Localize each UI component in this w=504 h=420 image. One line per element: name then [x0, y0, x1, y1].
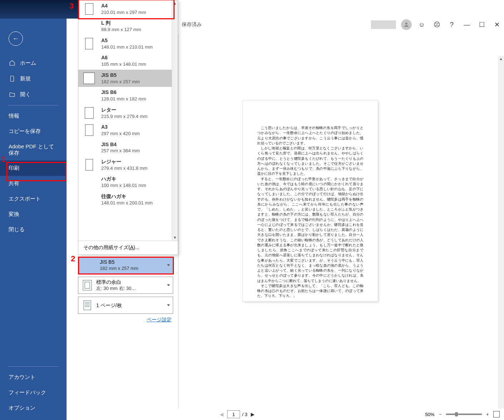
zoom-in-icon[interactable]: + [486, 411, 489, 417]
paper-icon [85, 38, 93, 49]
dropdown-detail: 182 mm x 257 mm [100, 266, 173, 272]
preview-paragraph: そこで犍陀多は大きな声を出して、「こら、罪人ども。この蜘蛛の糸は己のものだぞ。お… [257, 283, 363, 299]
titlebar-dark-bg [0, 0, 78, 19]
sidebar-label: Adobe PDF として保存 [9, 143, 58, 156]
preview-paragraph: すると、一生懸命にのぼった甲斐があって、さっきまで自分がいた血の池は、今ではもう… [257, 177, 363, 283]
svg-point-0 [405, 23, 407, 25]
prev-page-icon[interactable]: ◀ [218, 411, 225, 417]
zoom-out-icon[interactable]: − [439, 411, 442, 417]
preview-page: こう思いましたからは、早速その蜘蛛の糸を両手でしっかりとつかみながら、一生懸命に… [243, 100, 378, 301]
fit-to-page-icon[interactable] [493, 411, 500, 417]
paper-size-option[interactable]: A6105 mm x 148.01 mm [78, 52, 172, 69]
paper-size-dropdown[interactable]: JIS B5 182 mm x 257 mm [78, 257, 173, 274]
paper-icon [83, 73, 95, 84]
margins-dropdown[interactable]: 標準の余白 左: 30 mm 右: 30… [78, 277, 173, 294]
help-icon[interactable]: ? [447, 20, 457, 30]
sidebar-item-feedback[interactable]: フィードバック [0, 385, 67, 400]
more-paper-sizes[interactable]: その他の用紙サイズ(A)... [78, 241, 178, 255]
sidebar-label: オプション [9, 405, 35, 411]
close-icon[interactable]: ✕ [492, 20, 502, 30]
paper-size-popup: A4210.01 mm x 297 mmL 判88.9 mm x 127 mmA… [78, 0, 178, 255]
paper-size-option[interactable]: 往復ハガキ148.01 mm x 200.01 mm [78, 191, 172, 208]
paper-size-option[interactable]: レター215.9 mm x 279.4 mm [78, 104, 172, 122]
paper-name: JIS B5 [101, 72, 140, 79]
minimize-icon[interactable]: — [462, 20, 472, 30]
zoom-slider[interactable] [446, 414, 482, 415]
paper-dims: 257 mm x 364 mm [101, 148, 140, 154]
print-preview-panel: ▲ こう思いましたからは、早速その蜘蛛の糸を両手でしっかりとつかみながら、一生懸… [178, 34, 504, 409]
home-icon [9, 59, 16, 66]
page-total: / 3 [242, 412, 247, 417]
paper-size-option[interactable]: レジャー279.4 mm x 431.8 mm [78, 156, 172, 173]
paper-dims: 182 mm x 257 mm [101, 79, 140, 85]
sidebar-item-close[interactable]: 閉じる [0, 222, 67, 237]
paper-size-option[interactable]: JIS B4257 mm x 364 mm [78, 139, 172, 156]
sidebar-label: 閉じる [9, 226, 25, 233]
paper-icon [85, 3, 93, 15]
sidebar-item-home[interactable]: ホーム [0, 55, 67, 71]
sidebar: ← ホーム 新規 開く 情報 コピーを保存 Adobe PDF として保存 印刷… [0, 19, 67, 420]
next-page-icon[interactable]: ▶ [249, 411, 256, 417]
sidebar-item-share[interactable]: 共有 [0, 176, 67, 191]
paper-size-option[interactable]: ハガキ100 mm x 148.01 mm [78, 173, 172, 191]
paper-name: A3 [101, 124, 140, 130]
back-button[interactable]: ← [9, 31, 23, 46]
sidebar-item-print[interactable]: 印刷 [0, 160, 67, 176]
account-name-box[interactable] [371, 20, 396, 29]
paper-dims: 88.9 mm x 127 mm [101, 26, 141, 33]
scroll-up-icon[interactable]: ▲ [172, 0, 178, 6]
sidebar-item-open[interactable]: 開く [0, 87, 67, 102]
annotation-3: 3 [69, 1, 74, 11]
page-setup-link[interactable]: ページ設定 [78, 317, 173, 323]
paper-dims: 279.4 mm x 431.8 mm [101, 165, 147, 172]
paper-name: A5 [101, 37, 153, 44]
document-icon [9, 75, 16, 82]
sidebar-item-account[interactable]: アカウント [0, 370, 67, 385]
preview-scrollbar[interactable]: ▲ [498, 56, 504, 409]
paper-name: JIS B6 [101, 89, 146, 96]
scrollbar[interactable]: ▲ ▼ [172, 0, 178, 241]
paper-size-option[interactable]: A5148.01 mm x 210.01 mm [78, 35, 172, 52]
sidebar-label: エクスポート [9, 196, 41, 202]
margins-icon [82, 280, 92, 291]
separator [8, 366, 59, 367]
paper-name: A4 [101, 3, 146, 9]
paper-size-option[interactable]: L 判88.9 mm x 127 mm [78, 18, 172, 35]
paper-size-option[interactable]: JIS B6128.01 mm x 182 mm [78, 87, 172, 104]
paper-dims: 100 mm x 148.01 mm [101, 182, 146, 189]
sidebar-item-save-pdf[interactable]: Adobe PDF として保存 [0, 139, 67, 160]
current-page-input[interactable] [227, 410, 240, 418]
annotation-1: 1 [1, 155, 6, 164]
face-sad-icon[interactable]: ☹ [432, 20, 442, 30]
scroll-down-icon[interactable]: ▼ [172, 234, 178, 241]
sidebar-label: 開く [20, 91, 31, 98]
paper-size-option[interactable]: A3297 mm x 420 mm [78, 122, 172, 139]
paper-dims: 215.9 mm x 279.4 mm [101, 113, 147, 120]
popup-footer-key: A [130, 244, 133, 250]
sidebar-item-options[interactable]: オプション [0, 400, 67, 416]
paper-dims: 148.01 mm x 210.01 mm [101, 44, 153, 50]
page-setup-link-text[interactable]: ページ設定 [147, 317, 172, 322]
maximize-icon[interactable]: ☐ [477, 20, 487, 30]
pages-per-sheet-icon [82, 300, 92, 311]
pages-per-sheet-dropdown[interactable]: 1 ページ/枚 [78, 297, 173, 314]
paper-size-option[interactable]: JIS B5182 mm x 257 mm [78, 70, 172, 87]
sidebar-label: 変換 [9, 211, 19, 218]
chevron-down-icon [167, 305, 170, 306]
scroll-up-icon[interactable]: ▲ [498, 56, 504, 62]
chevron-down-icon [167, 265, 170, 266]
popup-footer-suffix: )... [133, 244, 139, 250]
sidebar-label: フィードバック [9, 389, 46, 396]
sidebar-item-save-copy[interactable]: コピーを保存 [0, 124, 67, 139]
face-smile-icon[interactable]: ☺ [417, 20, 427, 30]
paper-size-option[interactable]: A4210.01 mm x 297 mm [78, 0, 172, 18]
paper-name: L 判 [101, 20, 141, 26]
paper-icon [85, 107, 94, 119]
sidebar-item-new[interactable]: 新規 [0, 71, 67, 87]
paper-dims: 297 mm x 420 mm [101, 130, 140, 137]
sidebar-item-export[interactable]: エクスポート [0, 191, 67, 207]
avatar[interactable] [401, 19, 412, 30]
sidebar-item-transform[interactable]: 変換 [0, 207, 67, 222]
popup-footer-prefix: その他の用紙サイズ( [83, 244, 130, 250]
sidebar-item-info[interactable]: 情報 [0, 108, 67, 124]
